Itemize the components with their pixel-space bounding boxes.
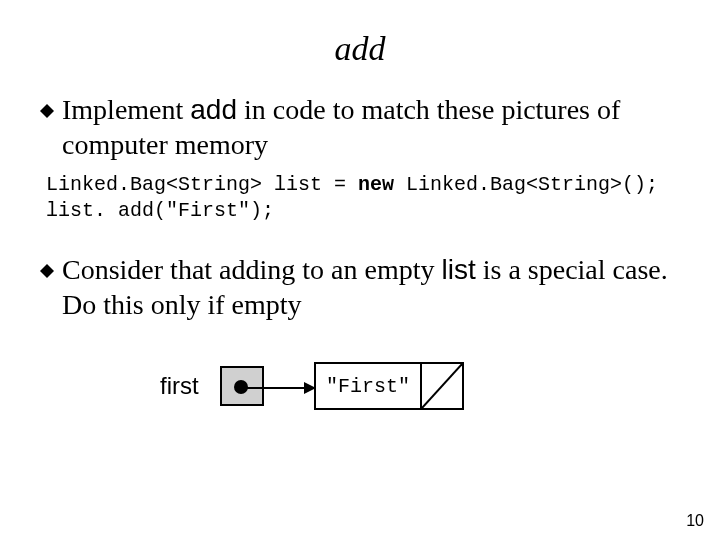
arrow-icon [246, 382, 316, 394]
bullet-pre: Consider that adding to an empty [62, 254, 442, 285]
bullet-diamond-icon [40, 104, 54, 118]
first-pointer-label: first [160, 372, 199, 400]
bullet-pre: Implement [62, 94, 190, 125]
bullet-text: Consider that adding to an empty list is… [62, 252, 680, 322]
bullet-diamond-icon [40, 264, 54, 278]
code-line1-post: Linked.Bag<String>(); [394, 173, 658, 196]
slide-number: 10 [686, 512, 704, 530]
svg-marker-0 [40, 104, 54, 118]
linked-list-diagram: first "First" [160, 362, 680, 442]
code-keyword: new [358, 173, 394, 196]
node-next-null [422, 364, 462, 408]
code-line2: list. add("First"); [46, 199, 274, 222]
list-node: "First" [314, 362, 464, 410]
bullet-code: add [190, 94, 237, 125]
bullet-code: list [442, 254, 476, 285]
code-block: Linked.Bag<String> list = new Linked.Bag… [46, 172, 680, 224]
code-line1-pre: Linked.Bag<String> list = [46, 173, 358, 196]
slide: add Implement add in code to match these… [0, 0, 720, 540]
svg-line-4 [422, 364, 462, 408]
bullet-item: Consider that adding to an empty list is… [40, 252, 680, 322]
bullet-text: Implement add in code to match these pic… [62, 92, 680, 162]
slide-title: add [40, 30, 680, 68]
svg-marker-1 [40, 264, 54, 278]
node-data: "First" [316, 364, 422, 408]
bullet-item: Implement add in code to match these pic… [40, 92, 680, 162]
